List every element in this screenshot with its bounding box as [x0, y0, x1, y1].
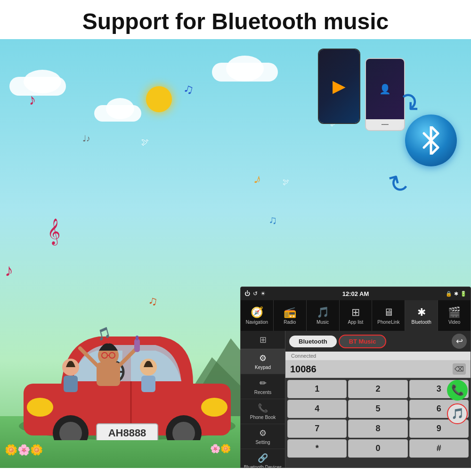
status-time: 12:02 AM	[342, 290, 369, 297]
sidebar-keypad[interactable]: ⚙ Keypad	[241, 349, 285, 374]
bluetooth-icon-large	[405, 115, 457, 166]
sidebar-phonebook[interactable]: 📞 Phone Book	[241, 399, 285, 424]
sidebar-keypad-label: Keypad	[255, 365, 271, 370]
btmusic-button[interactable]: 🎵	[447, 403, 468, 424]
cloud-1-puff	[24, 70, 61, 93]
page-title: Support for Bluetooth music	[0, 0, 471, 39]
backspace-button[interactable]: ⌫	[453, 363, 466, 375]
recents-icon: ✏	[260, 378, 267, 388]
dialer-number: 10086	[290, 364, 317, 375]
applist-icon: ⊞	[351, 306, 360, 319]
brightness-icon: ☀	[260, 290, 266, 297]
svg-rect-27	[134, 339, 140, 352]
key-4[interactable]: 4	[287, 400, 347, 418]
nav-video[interactable]: 🎬 Video	[438, 300, 471, 331]
nav-music-label: Music	[317, 320, 329, 325]
cloud-2-puff	[106, 98, 134, 119]
bt-panel: ⊞ ⚙ Keypad ✏ Recents 📞 Phone Book ⚙ Sett…	[241, 331, 471, 468]
keypad-icon: ⚙	[259, 353, 267, 363]
nav-radio[interactable]: 📻 Radio	[274, 300, 307, 331]
status-icons-right: 🔒 ✱ 🔋	[446, 291, 467, 297]
nav-applist-label: App list	[348, 320, 364, 325]
bt-tabs: Bluetooth BT Music ↩	[285, 331, 471, 352]
key-5[interactable]: 5	[348, 400, 407, 418]
phone-black-screen: ▶	[319, 49, 359, 123]
number-display: 10086 ⌫	[285, 361, 471, 378]
battery-icon: 🔋	[460, 291, 467, 297]
flowers-right: 🌸🌼	[210, 443, 231, 454]
lock-icon: 🔒	[446, 291, 452, 297]
key-7[interactable]: 7	[287, 419, 347, 438]
phone-white-bottom: ━━━	[366, 119, 404, 130]
refresh-icon: ↺	[253, 290, 258, 297]
phone-white: 👤 ━━━	[365, 58, 405, 131]
svg-text:AH8888: AH8888	[108, 427, 146, 439]
connected-label: Connected	[285, 352, 471, 361]
status-bar: ⏻ ↺ ☀ 12:02 AM 🔒 ✱ 🔋	[241, 287, 471, 300]
svg-rect-24	[64, 376, 78, 392]
call-button[interactable]: 📞	[447, 380, 468, 401]
key-0[interactable]: 0	[348, 439, 407, 458]
sidebar-btdevices[interactable]: 🔗 Bluetooth Devices	[241, 449, 285, 468]
nav-music[interactable]: 🎵 Music	[307, 300, 340, 331]
key-8[interactable]: 8	[348, 419, 407, 438]
video-icon: 🎬	[448, 306, 461, 319]
phonebook-icon: 📞	[258, 403, 268, 413]
illustration-area: ♪ 𝄞 ♫ ♩♪ ♪ ♫ ♪ ♫ 🕊 🕊 🕊 🕊 ▶ 👤 ━━━ ↷ ↷	[0, 39, 471, 468]
sidebar-recents-label: Recents	[254, 390, 272, 395]
svg-rect-28	[136, 336, 138, 340]
music-note-5: ♫	[268, 213, 277, 227]
sidebar-setting-label: Setting	[255, 440, 270, 445]
action-buttons: 📞 🎵	[447, 380, 468, 424]
nav-bluetooth-label: Bluetooth	[412, 320, 431, 325]
flowers-left: 🌼🌸🌼	[5, 444, 43, 456]
sun-decoration	[146, 86, 172, 112]
nav-phonelink[interactable]: 🖥 PhoneLink	[372, 300, 405, 331]
car-illustration: AH8888	[5, 289, 250, 442]
setting-icon: ⚙	[259, 428, 267, 438]
status-icons-left: ⏻ ↺ ☀	[244, 290, 266, 297]
key-1[interactable]: 1	[287, 380, 347, 398]
sidebar-setting[interactable]: ⚙ Setting	[241, 424, 285, 449]
sidebar-btdevices-label: Bluetooth Devices	[244, 465, 282, 468]
music-note-4: ♪	[252, 170, 264, 188]
bluetooth-svg	[417, 126, 445, 155]
bird-2: 🕊	[141, 138, 149, 147]
ui-panel: ⏻ ↺ ☀ 12:02 AM 🔒 ✱ 🔋 🧭 Navigation 📻 Radi…	[240, 287, 471, 468]
nav-radio-label: Radio	[284, 320, 296, 325]
nav-phonelink-label: PhoneLink	[377, 320, 399, 325]
bird-4: 🕊	[283, 178, 289, 186]
phone-black: ▶	[318, 49, 360, 124]
sidebar-toggle[interactable]: ⊞	[241, 331, 285, 349]
nav-bluetooth[interactable]: ✱ Bluetooth	[405, 300, 438, 331]
svg-rect-26	[141, 376, 155, 392]
key-star[interactable]: *	[287, 439, 347, 458]
keypad-area: 1 2 3 4 5 6 7 8 9 * 0 #	[285, 378, 471, 460]
bluetooth-status-icon: ✱	[454, 291, 458, 297]
music-note-3: ♩♪	[82, 133, 90, 144]
sidebar-phonebook-label: Phone Book	[250, 415, 276, 420]
car-svg: AH8888	[5, 289, 250, 440]
bt-main: Bluetooth BT Music ↩ Connected 10086 ⌫ 1…	[285, 331, 471, 468]
nav-navigation-label: Navigation	[246, 320, 268, 325]
nav-bar: 🧭 Navigation 📻 Radio 🎵 Music ⊞ App list …	[241, 300, 471, 331]
key-hash[interactable]: #	[409, 439, 469, 458]
navigation-icon: 🧭	[251, 306, 263, 319]
sidebar-recents[interactable]: ✏ Recents	[241, 374, 285, 399]
phonelink-icon: 🖥	[383, 306, 394, 319]
power-icon: ⏻	[244, 290, 250, 297]
svg-point-5	[27, 398, 53, 417]
back-button[interactable]: ↩	[452, 334, 467, 349]
music-icon: 🎵	[317, 306, 329, 319]
nav-navigation[interactable]: 🧭 Navigation	[241, 300, 274, 331]
svg-point-6	[201, 398, 227, 417]
phones-display: ▶ 👤 ━━━	[318, 49, 405, 131]
nav-applist[interactable]: ⊞ App list	[340, 300, 373, 331]
tab-btmusic[interactable]: BT Music	[339, 335, 387, 348]
music-note-2: ♫	[182, 81, 195, 98]
bluetooth-nav-icon: ✱	[417, 306, 426, 319]
tab-bluetooth[interactable]: Bluetooth	[289, 336, 337, 347]
nav-video-label: Video	[448, 320, 460, 325]
key-2[interactable]: 2	[348, 380, 407, 398]
cloud-3-puff	[226, 56, 264, 82]
